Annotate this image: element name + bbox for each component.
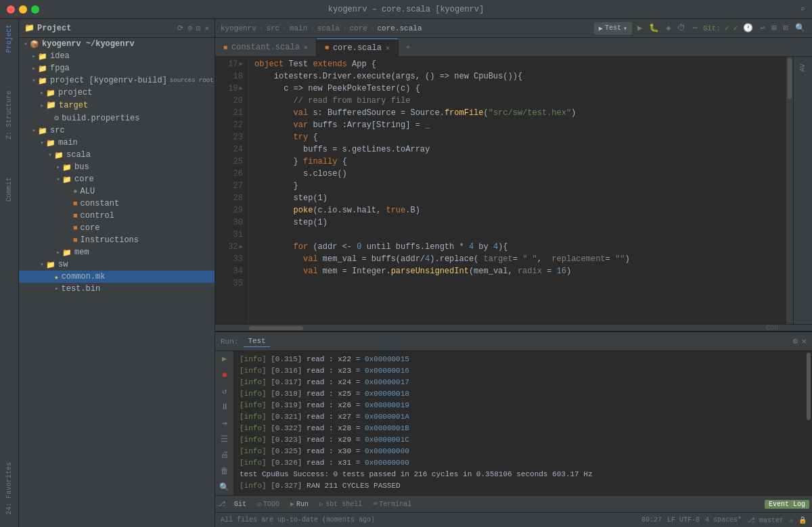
tree-sw[interactable]: 📁 sw xyxy=(19,258,215,271)
tree-alu[interactable]: ● ALU xyxy=(19,185,215,198)
project-tab[interactable]: Project xyxy=(4,19,14,58)
tree-target[interactable]: 📁 target xyxy=(19,99,215,112)
btn-terminal[interactable]: ⌨ Terminal xyxy=(369,499,415,509)
run-find-icon[interactable]: 🔍 xyxy=(218,482,231,492)
btn-run[interactable]: ▶ Run xyxy=(286,499,313,509)
position-indicator[interactable]: 80:27 xyxy=(641,516,662,524)
editor-scrollbar[interactable] xyxy=(786,57,793,324)
bus-folder-icon: 📁 xyxy=(62,163,72,172)
bookmark-btn[interactable]: ⊡ xyxy=(782,22,790,35)
test-button[interactable]: ▶ Test ▾ xyxy=(594,22,632,35)
bottom-toolbar: ⎇ Git ☑ TODO ▶ Run ▷ sbt shell ⌨ Termina… xyxy=(215,495,812,512)
tree-bus[interactable]: 📁 bus xyxy=(19,161,215,173)
structure-label[interactable]: AV xyxy=(798,60,808,76)
more-btn[interactable]: ⋯ xyxy=(691,22,698,35)
code-line-21: val s: BufferedSource = Source.fromFile(… xyxy=(249,107,786,119)
commit-tab[interactable]: Commit xyxy=(4,172,14,207)
h-scrollbar[interactable]: Cou xyxy=(215,324,812,331)
code-line-35 xyxy=(249,277,786,290)
run-panel-body: ▶ ■ ↺ ⏸ ⇥ ☰ 🖨 🗑 🔍 [info] [0.315] read : … xyxy=(215,351,812,495)
event-log-btn[interactable]: Event Log xyxy=(765,500,809,509)
run-print-icon[interactable]: 🖨 xyxy=(218,450,231,461)
code-line-23: try { xyxy=(249,131,786,143)
refresh-icon[interactable]: ⟳ xyxy=(177,24,183,32)
log-line-7: [info] [0.322] read : x28 = 0x0000001B xyxy=(240,423,800,434)
tree-src[interactable]: 📁 src xyxy=(19,124,215,137)
run-scrollbar[interactable] xyxy=(805,351,812,495)
run-tab-test[interactable]: Test xyxy=(244,336,269,347)
code-line-31 xyxy=(249,229,786,241)
indent-indicator[interactable]: 4 spaces* xyxy=(705,516,742,524)
status-bar: All files are up-to-date (moments ago) 8… xyxy=(215,512,812,527)
ln-28: 28 xyxy=(218,192,243,204)
run-play-icon[interactable]: ▶ xyxy=(218,354,231,365)
window-btn[interactable]: ⊞ xyxy=(771,22,778,35)
common-mk-label: common.mk xyxy=(62,272,106,281)
tree-build-props[interactable]: ⚙ build.properties xyxy=(19,112,215,124)
h-scrollbar-thumb xyxy=(249,326,303,330)
btn-sbt[interactable]: ▷ sbt shell xyxy=(315,499,366,509)
tree-scala[interactable]: 📁 scala xyxy=(19,149,215,161)
tree-core-folder[interactable]: 📁 core xyxy=(19,173,215,185)
run-output[interactable]: [info] [0.315] read : x22 = 0x00000015 [… xyxy=(234,351,805,495)
tab-close-core[interactable]: ✕ xyxy=(386,44,390,52)
tab-constant-scala[interactable]: ■ constant.scala ✕ xyxy=(215,39,317,56)
history-btn[interactable]: 🕐 xyxy=(742,22,754,35)
tree-core-file[interactable]: ■ core xyxy=(19,222,215,234)
tree-mem[interactable]: 📁 mem xyxy=(19,246,215,258)
btn-git[interactable]: Git xyxy=(230,499,250,509)
tree-main[interactable]: 📁 main xyxy=(19,137,215,149)
structure-tab[interactable]: Z: Structure xyxy=(4,85,14,145)
search-icon[interactable]: ⌕ xyxy=(800,4,805,14)
run-bottom-icon: ▶ xyxy=(290,500,294,508)
tree-test-bin[interactable]: ▪ test.bin xyxy=(19,283,215,295)
expand-icon[interactable]: ⊡ xyxy=(196,24,201,32)
sidebar-tree: 📦 kyogenrv ~/kyogenrv 📁 idea 📁 fpga 📁 pr… xyxy=(19,38,215,527)
project-arrow xyxy=(38,89,46,97)
run-filter-icon[interactable]: ☰ xyxy=(218,434,231,444)
log-line-5: [info] [0.319] read : x26 = 0x00000019 xyxy=(240,400,800,411)
mem-arrow xyxy=(54,248,62,256)
close-panel-icon[interactable]: ✕ xyxy=(802,336,807,346)
run-step-icon[interactable]: ⇥ xyxy=(218,418,231,429)
profile-btn[interactable]: ⏱ xyxy=(676,22,687,35)
run-stop-icon[interactable]: ■ xyxy=(218,370,231,381)
window-title: kyogenrv – core.scala [kyogenrv] xyxy=(328,5,484,14)
find-btn[interactable]: 🔍 xyxy=(794,22,807,35)
tree-instructions[interactable]: ■ Instructions xyxy=(19,234,215,246)
run-scrollbar-thumb xyxy=(807,352,811,420)
tree-project[interactable]: 📁 project xyxy=(19,87,215,99)
tree-idea[interactable]: 📁 idea xyxy=(19,50,215,62)
minimize-button[interactable] xyxy=(19,5,27,14)
tab-close-constant[interactable]: ✕ xyxy=(304,43,308,51)
structure-strip: AV xyxy=(793,57,812,324)
favorites-tab[interactable]: 24: Favorites xyxy=(4,457,14,520)
root-folder-icon: 📦 xyxy=(30,40,39,49)
btn-todo[interactable]: ☑ TODO xyxy=(253,499,284,509)
undo-btn[interactable]: ↩ xyxy=(759,22,766,35)
tab-plus[interactable]: + xyxy=(399,39,418,56)
root-label: kyogenrv ~/kyogenrv xyxy=(42,39,135,49)
tree-root[interactable]: 📦 kyogenrv ~/kyogenrv xyxy=(19,38,215,50)
run-clear-icon[interactable]: 🗑 xyxy=(218,466,231,477)
tree-common-mk[interactable]: ★ common.mk xyxy=(19,271,215,283)
run-rerun-icon[interactable]: ↺ xyxy=(218,386,231,396)
tree-project-build[interactable]: 📁 project [kyogenrv-build] sources root xyxy=(19,74,215,87)
tree-fpga[interactable]: 📁 fpga xyxy=(19,62,215,74)
close-icon[interactable]: ✕ xyxy=(204,24,209,32)
settings-panel-icon[interactable]: ⚙ xyxy=(793,336,798,346)
code-editor[interactable]: object Test extends App { iotesters.Driv… xyxy=(249,57,786,324)
settings-icon[interactable]: ⚙ xyxy=(187,24,192,32)
tab-core-scala[interactable]: ■ core.scala ✕ xyxy=(317,39,399,56)
branch-icon: ⎇ xyxy=(747,517,755,524)
coverage-btn[interactable]: ◈ xyxy=(664,22,672,35)
run-btn[interactable]: ▶ xyxy=(636,22,644,35)
run-pause-icon[interactable]: ⏸ xyxy=(218,402,231,413)
debug-btn[interactable]: 🐛 xyxy=(648,22,660,35)
close-button[interactable] xyxy=(7,5,15,14)
traffic-lights xyxy=(7,5,39,14)
tree-control[interactable]: ■ control xyxy=(19,210,215,222)
maximize-button[interactable] xyxy=(31,5,39,14)
log-line-9: [info] [0.325] read : x30 = 0x00000000 xyxy=(240,446,800,457)
tree-constant[interactable]: ■ constant xyxy=(19,198,215,210)
